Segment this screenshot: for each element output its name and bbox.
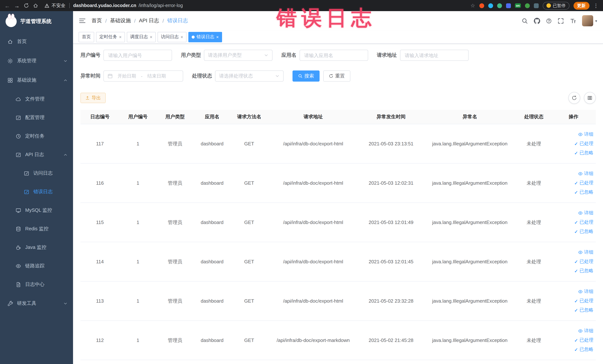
tag-error-log[interactable]: 错误日志 × [188,32,222,42]
tag-home[interactable]: 首页 [79,32,94,42]
processed-link[interactable]: ✓已处理 [554,257,593,266]
column-header-actions: 操作 [551,110,596,124]
close-icon[interactable]: × [181,35,183,39]
tag-access-log[interactable]: 访问日志 × [158,32,186,42]
columns-icon [587,95,592,101]
app-name-input[interactable] [303,52,364,59]
detail-link[interactable]: 详细 [554,287,593,296]
reload-icon[interactable] [24,3,29,8]
sidebar-item-file-manage[interactable]: 文件管理 [0,90,73,108]
cell-exception-time: 2021-05-03 12:02:31 [359,163,423,203]
cell-actions: 详细 ✓已处理 ✓已忽略 [551,124,596,163]
extension-on-badge[interactable]: on [515,3,521,8]
sidebar-item-dev-tools[interactable]: 研发工具 [0,294,73,313]
extension-blue-icon[interactable] [488,3,493,8]
detail-link[interactable]: 详细 [554,130,593,139]
cell-actions: 详细 ✓已处理 ✓已忽略 [551,203,596,242]
sidebar-item-scheduled-tasks[interactable]: 定时任务 [0,127,73,145]
sidebar-item-error-log[interactable]: 错误日志 [0,182,73,201]
cell-user-id: 1 [119,163,156,203]
search-button[interactable]: 搜索 [292,70,320,82]
ignored-link[interactable]: ✓已忽略 [554,305,593,315]
detail-link[interactable]: 详细 [554,326,593,336]
sidebar-item-infra[interactable]: 基础设施 [0,70,73,90]
help-icon[interactable] [546,18,552,23]
refresh-table-button[interactable] [568,92,580,104]
processed-link[interactable]: ✓已处理 [554,178,593,188]
calendar-icon [107,73,113,79]
date-range-picker[interactable]: 开始日期 - 结束日期 [104,70,183,82]
ignored-link[interactable]: ✓已忽略 [554,345,593,354]
column-settings-button[interactable] [584,92,596,104]
cell-app-name: dashboard [194,242,231,281]
breadcrumb-item[interactable]: API 日志 [139,17,159,24]
breadcrumb-item[interactable]: 首页 [92,17,102,24]
bookmark-star-icon[interactable]: ☆ [470,3,475,9]
processed-link[interactable]: ✓已处理 [554,218,593,227]
reset-button[interactable]: 重置 [323,70,350,82]
sidebar-item-log-center[interactable]: 日志中心 [0,275,73,294]
browser-menu-icon[interactable]: ⋮ [593,3,599,9]
font-size-icon[interactable] [570,18,576,24]
sidebar-item-java-monitor[interactable]: Java 监控 [0,238,73,257]
edit-square-icon [16,152,21,157]
user-id-input[interactable] [107,52,168,59]
breadcrumb-separator: / [134,18,136,24]
extension-orange-icon[interactable] [479,3,484,8]
tag-schedule-log[interactable]: 调度日志 × [127,32,156,42]
sidebar-item-redis-monitor[interactable]: Redis 监控 [0,220,73,238]
detail-link[interactable]: 详细 [554,169,593,178]
hamburger-icon[interactable] [79,18,86,24]
sidebar-item-config-manage[interactable]: 配置管理 [0,108,73,127]
address-bar[interactable]: 不安全 dashboard.yudao.iocoder.cn/infra/log… [45,2,183,9]
cell-exception-time: 2021-05-02 23:32:28 [359,281,423,321]
breadcrumb-separator: / [162,18,164,24]
action-label: 详细 [584,169,593,178]
close-icon[interactable]: × [150,35,152,39]
browser-update-button[interactable]: 更新 [573,2,589,10]
ignored-link[interactable]: ✓已忽略 [554,227,593,236]
user-menu[interactable]: ▾ [582,15,597,26]
paused-badge[interactable]: 已暂停 [543,2,569,10]
user-type-select[interactable]: 请选择用户类型 [204,50,272,61]
filter-row-1: 用户编号 用户类型 请选择用户类型 应用名 请求地址 [81,50,596,61]
tag-scheduled-tasks[interactable]: 定时任务 × [96,32,125,42]
back-arrow-icon[interactable]: ← [4,3,10,8]
sidebar-item-label: 错误日志 [33,188,53,195]
processed-link[interactable]: ✓已处理 [554,296,593,305]
processed-link[interactable]: ✓已处理 [554,139,593,148]
edit-square-icon [24,170,29,176]
browser-home-icon[interactable] [33,3,38,8]
breadcrumb-item[interactable]: 基础设施 [110,17,131,24]
process-status-select[interactable]: 请选择处理状态 [215,70,284,82]
ignored-link[interactable]: ✓已忽略 [554,188,593,197]
sidebar-item-trace[interactable]: 链路追踪 [0,257,73,275]
cell-request-url: /api/infra/db-doc/export-markdown [268,321,359,360]
search-icon[interactable] [522,18,528,24]
request-url-input[interactable] [404,52,464,59]
vue-devtools-icon[interactable] [497,3,502,8]
cell-user-type: 管理员 [156,203,194,242]
extension-green-icon[interactable] [525,3,530,8]
sidebar-item-mysql-monitor[interactable]: MySQL 监控 [0,201,73,220]
sidebar-item-api-log[interactable]: API 日志 [0,145,73,164]
tag-label: 错误日志 [197,34,214,40]
extension-dark-icon[interactable] [534,3,539,8]
extension-grid-icon[interactable] [506,3,511,8]
close-icon[interactable]: × [119,35,122,39]
avatar [582,15,593,26]
security-label: 不安全 [52,2,65,9]
processed-link[interactable]: ✓已处理 [554,336,593,345]
detail-link[interactable]: 详细 [554,208,593,218]
github-icon[interactable] [534,18,540,24]
export-button[interactable]: 导出 [81,93,106,103]
sidebar-item-home[interactable]: 首页 [0,32,73,51]
fullscreen-icon[interactable] [558,18,564,24]
ignored-link[interactable]: ✓已忽略 [554,148,593,158]
forward-arrow-icon[interactable]: → [14,3,20,8]
sidebar-item-access-log[interactable]: 访问日志 [0,164,73,182]
sidebar-item-system[interactable]: 系统管理 [0,51,73,70]
ignored-link[interactable]: ✓已忽略 [554,266,593,276]
detail-link[interactable]: 详细 [554,248,593,257]
close-icon[interactable]: × [216,35,219,39]
